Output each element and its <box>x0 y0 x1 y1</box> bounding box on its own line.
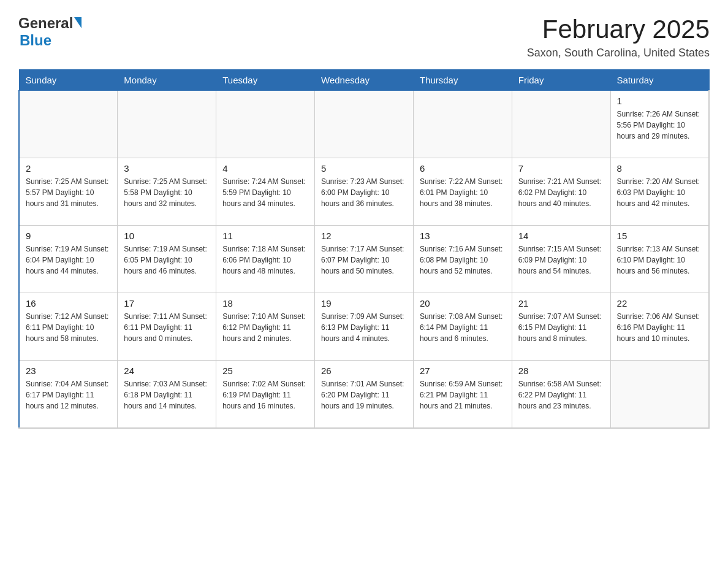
title-section: February 2025 Saxon, South Carolina, Uni… <box>527 15 710 59</box>
page-header: General Blue February 2025 Saxon, South … <box>18 15 710 59</box>
calendar-week-row: 9Sunrise: 7:19 AM Sunset: 6:04 PM Daylig… <box>19 226 709 293</box>
day-info: Sunrise: 7:24 AM Sunset: 5:59 PM Dayligh… <box>222 176 308 209</box>
day-info: Sunrise: 7:15 AM Sunset: 6:09 PM Dayligh… <box>518 243 604 277</box>
day-number: 25 <box>222 366 308 376</box>
col-friday: Friday <box>512 70 610 91</box>
calendar-cell: 22Sunrise: 7:06 AM Sunset: 6:16 PM Dayli… <box>610 293 709 361</box>
day-info: Sunrise: 7:19 AM Sunset: 6:04 PM Dayligh… <box>26 243 111 277</box>
day-info: Sunrise: 7:09 AM Sunset: 6:13 PM Dayligh… <box>321 311 407 344</box>
calendar-table: Sunday Monday Tuesday Wednesday Thursday… <box>18 69 710 429</box>
calendar-cell: 5Sunrise: 7:23 AM Sunset: 6:00 PM Daylig… <box>315 158 414 226</box>
day-info: Sunrise: 7:06 AM Sunset: 6:16 PM Dayligh… <box>617 311 702 344</box>
day-info: Sunrise: 6:58 AM Sunset: 6:22 PM Dayligh… <box>518 378 604 412</box>
day-info: Sunrise: 7:25 AM Sunset: 5:57 PM Dayligh… <box>26 176 111 209</box>
calendar-cell <box>413 91 512 158</box>
calendar-cell: 14Sunrise: 7:15 AM Sunset: 6:09 PM Dayli… <box>512 226 610 293</box>
calendar-cell: 13Sunrise: 7:16 AM Sunset: 6:08 PM Dayli… <box>413 226 512 293</box>
calendar-week-row: 16Sunrise: 7:12 AM Sunset: 6:11 PM Dayli… <box>19 293 709 361</box>
calendar-cell: 24Sunrise: 7:03 AM Sunset: 6:18 PM Dayli… <box>118 361 216 428</box>
day-number: 1 <box>617 96 702 106</box>
day-number: 23 <box>26 366 111 376</box>
day-number: 4 <box>222 163 308 174</box>
logo-blue-text: Blue <box>20 32 51 49</box>
day-number: 11 <box>222 231 308 241</box>
col-tuesday: Tuesday <box>216 70 315 91</box>
page-subtitle: Saxon, South Carolina, United States <box>527 47 710 59</box>
calendar-cell: 4Sunrise: 7:24 AM Sunset: 5:59 PM Daylig… <box>216 158 315 226</box>
calendar-cell: 16Sunrise: 7:12 AM Sunset: 6:11 PM Dayli… <box>19 293 118 361</box>
day-number: 26 <box>321 366 407 376</box>
calendar-cell: 9Sunrise: 7:19 AM Sunset: 6:04 PM Daylig… <box>19 226 118 293</box>
calendar-header-row: Sunday Monday Tuesday Wednesday Thursday… <box>19 70 709 91</box>
day-number: 12 <box>321 231 407 241</box>
day-info: Sunrise: 7:20 AM Sunset: 6:03 PM Dayligh… <box>617 176 702 209</box>
col-wednesday: Wednesday <box>315 70 414 91</box>
calendar-cell <box>315 91 414 158</box>
day-info: Sunrise: 6:59 AM Sunset: 6:21 PM Dayligh… <box>420 378 506 412</box>
day-info: Sunrise: 7:17 AM Sunset: 6:07 PM Dayligh… <box>321 243 407 277</box>
day-number: 16 <box>26 298 111 308</box>
day-number: 15 <box>617 231 702 241</box>
day-info: Sunrise: 7:19 AM Sunset: 6:05 PM Dayligh… <box>124 243 210 277</box>
calendar-cell <box>118 91 216 158</box>
calendar-cell: 12Sunrise: 7:17 AM Sunset: 6:07 PM Dayli… <box>315 226 414 293</box>
calendar-cell: 10Sunrise: 7:19 AM Sunset: 6:05 PM Dayli… <box>118 226 216 293</box>
day-number: 10 <box>124 231 210 241</box>
day-info: Sunrise: 7:07 AM Sunset: 6:15 PM Dayligh… <box>518 311 604 344</box>
day-info: Sunrise: 7:02 AM Sunset: 6:19 PM Dayligh… <box>222 378 308 412</box>
day-info: Sunrise: 7:03 AM Sunset: 6:18 PM Dayligh… <box>124 378 210 412</box>
calendar-cell: 7Sunrise: 7:21 AM Sunset: 6:02 PM Daylig… <box>512 158 610 226</box>
calendar-week-row: 1Sunrise: 7:26 AM Sunset: 5:56 PM Daylig… <box>19 91 709 158</box>
col-sunday: Sunday <box>19 70 118 91</box>
calendar-cell: 20Sunrise: 7:08 AM Sunset: 6:14 PM Dayli… <box>413 293 512 361</box>
day-info: Sunrise: 7:10 AM Sunset: 6:12 PM Dayligh… <box>222 311 308 344</box>
calendar-cell: 19Sunrise: 7:09 AM Sunset: 6:13 PM Dayli… <box>315 293 414 361</box>
day-info: Sunrise: 7:21 AM Sunset: 6:02 PM Dayligh… <box>518 176 604 209</box>
day-number: 19 <box>321 298 407 308</box>
calendar-cell <box>610 361 709 428</box>
day-info: Sunrise: 7:11 AM Sunset: 6:11 PM Dayligh… <box>124 311 210 344</box>
day-info: Sunrise: 7:13 AM Sunset: 6:10 PM Dayligh… <box>617 243 702 277</box>
calendar-cell: 17Sunrise: 7:11 AM Sunset: 6:11 PM Dayli… <box>118 293 216 361</box>
day-info: Sunrise: 7:12 AM Sunset: 6:11 PM Dayligh… <box>26 311 111 344</box>
calendar-cell <box>216 91 315 158</box>
calendar-cell: 23Sunrise: 7:04 AM Sunset: 6:17 PM Dayli… <box>19 361 118 428</box>
day-number: 22 <box>617 298 702 308</box>
calendar-cell: 3Sunrise: 7:25 AM Sunset: 5:58 PM Daylig… <box>118 158 216 226</box>
page-title: February 2025 <box>527 15 710 44</box>
day-info: Sunrise: 7:04 AM Sunset: 6:17 PM Dayligh… <box>26 378 111 412</box>
day-number: 28 <box>518 366 604 376</box>
day-info: Sunrise: 7:16 AM Sunset: 6:08 PM Dayligh… <box>420 243 506 277</box>
calendar-cell: 18Sunrise: 7:10 AM Sunset: 6:12 PM Dayli… <box>216 293 315 361</box>
calendar-cell: 26Sunrise: 7:01 AM Sunset: 6:20 PM Dayli… <box>315 361 414 428</box>
day-number: 7 <box>518 163 604 174</box>
day-info: Sunrise: 7:25 AM Sunset: 5:58 PM Dayligh… <box>124 176 210 209</box>
day-number: 18 <box>222 298 308 308</box>
day-number: 3 <box>124 163 210 174</box>
day-number: 21 <box>518 298 604 308</box>
calendar-cell: 8Sunrise: 7:20 AM Sunset: 6:03 PM Daylig… <box>610 158 709 226</box>
calendar-cell: 6Sunrise: 7:22 AM Sunset: 6:01 PM Daylig… <box>413 158 512 226</box>
col-thursday: Thursday <box>413 70 512 91</box>
day-info: Sunrise: 7:23 AM Sunset: 6:00 PM Dayligh… <box>321 176 407 209</box>
day-info: Sunrise: 7:01 AM Sunset: 6:20 PM Dayligh… <box>321 378 407 412</box>
calendar-cell: 21Sunrise: 7:07 AM Sunset: 6:15 PM Dayli… <box>512 293 610 361</box>
day-number: 14 <box>518 231 604 241</box>
day-info: Sunrise: 7:26 AM Sunset: 5:56 PM Dayligh… <box>617 109 702 142</box>
calendar-cell: 2Sunrise: 7:25 AM Sunset: 5:57 PM Daylig… <box>19 158 118 226</box>
day-info: Sunrise: 7:18 AM Sunset: 6:06 PM Dayligh… <box>222 243 308 277</box>
day-number: 6 <box>420 163 506 174</box>
calendar-cell: 1Sunrise: 7:26 AM Sunset: 5:56 PM Daylig… <box>610 91 709 158</box>
day-number: 20 <box>420 298 506 308</box>
col-saturday: Saturday <box>610 70 709 91</box>
calendar-cell: 15Sunrise: 7:13 AM Sunset: 6:10 PM Dayli… <box>610 226 709 293</box>
day-number: 5 <box>321 163 407 174</box>
col-monday: Monday <box>118 70 216 91</box>
day-info: Sunrise: 7:22 AM Sunset: 6:01 PM Dayligh… <box>420 176 506 209</box>
calendar-cell: 27Sunrise: 6:59 AM Sunset: 6:21 PM Dayli… <box>413 361 512 428</box>
day-number: 24 <box>124 366 210 376</box>
logo-triangle-icon <box>74 17 82 28</box>
day-number: 2 <box>26 163 111 174</box>
day-number: 17 <box>124 298 210 308</box>
logo: General Blue <box>18 15 82 49</box>
